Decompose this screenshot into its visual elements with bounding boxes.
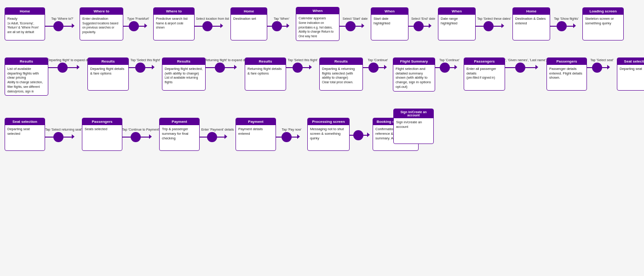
arrow-line-4-r2 bbox=[286, 63, 319, 73]
connector-5-r2: Tap 'Continue' bbox=[363, 58, 393, 73]
connector-6-r2: Tap 'Continue' bbox=[435, 58, 464, 73]
tap-label-4-r1: Tap 'When' bbox=[274, 17, 289, 20]
connector-3-r2: Tap 'Returning flight' to expand details bbox=[206, 58, 245, 73]
node-header-where-to-1: Where to bbox=[80, 8, 123, 15]
node-results-1: Results List of available departing flig… bbox=[5, 58, 48, 96]
node-body-payment-2: Payment details entered bbox=[236, 125, 276, 150]
tap-label-8-r2: Tap 'Select seat' bbox=[590, 58, 614, 62]
arrow-line-7-r1 bbox=[476, 21, 512, 31]
tap-label-4-r2: Tap 'Select this flight' bbox=[288, 58, 318, 62]
circle-3-r3 bbox=[207, 132, 217, 142]
node-header-loading: Loading screen bbox=[583, 8, 623, 15]
circle-5-r2 bbox=[368, 63, 379, 73]
node-header-results-2: Results bbox=[88, 58, 128, 65]
tap-label-2-r2: Tap 'Select this flight' bbox=[131, 58, 161, 62]
node-where-to-2: Where to Predictive search listName & ai… bbox=[153, 7, 195, 40]
row-2: Results List of available departing flig… bbox=[5, 53, 639, 96]
arrow-1-r1 bbox=[72, 23, 75, 29]
arrow-line-2-r3 bbox=[122, 132, 159, 142]
node-header-where-to-2: Where to bbox=[154, 8, 194, 15]
node-passengers-r3: Passengers Seats selected bbox=[82, 118, 122, 151]
arrow-4-r2 bbox=[309, 65, 312, 70]
node-payment-2: Payment Payment details entered bbox=[236, 118, 276, 151]
node-body-seat-selection-1: Departing seat bbox=[617, 65, 644, 90]
arrow-line-5-r2 bbox=[363, 63, 393, 73]
arrow-4-r3 bbox=[297, 134, 300, 140]
node-body-results-3: Departing flight selected, (with ability… bbox=[162, 65, 205, 90]
tap-label-7-r1: Tap 'Select these dates' bbox=[477, 17, 511, 20]
tap-label-4-r3: Tap 'Pay now' bbox=[282, 128, 302, 131]
node-body-home-3-r1: Destination & Dates entered bbox=[513, 15, 550, 40]
circle-2-r3 bbox=[131, 132, 141, 142]
connector-2-r2: Tap 'Select this flight' bbox=[129, 58, 162, 73]
circle-4-r2 bbox=[293, 63, 303, 73]
node-header-home-r1: Home bbox=[5, 8, 45, 15]
node-header-seat-selection-1: Seat selection bbox=[617, 58, 644, 65]
arrow-6-r1 bbox=[429, 23, 431, 29]
node-header-when-2: When bbox=[371, 8, 408, 15]
node-header-home-2-r1: Home bbox=[231, 8, 267, 15]
arrow-3-r1 bbox=[220, 23, 223, 29]
connector-5-r3 bbox=[350, 128, 373, 140]
connector-8-r1: Tap 'Show flights' bbox=[550, 16, 582, 31]
node-body-passengers-2: Passenger details entered. Flight detail… bbox=[547, 65, 586, 90]
node-seat-selection-1: Seat selection Departing seat bbox=[617, 58, 644, 91]
node-body-results-1: List of available departing flights with… bbox=[5, 65, 48, 96]
tap-label-3-r1: Select location from list bbox=[196, 17, 229, 20]
arrow-line-4-r1 bbox=[267, 21, 296, 31]
node-header-payment-2: Payment bbox=[236, 118, 276, 125]
node-body-home-2-r1: Destination set bbox=[231, 15, 267, 40]
arrow-1-r2 bbox=[77, 65, 80, 70]
circle-2-r1 bbox=[129, 21, 139, 31]
node-processing: Processing screen Messaging not to shut … bbox=[307, 118, 350, 151]
diagram-container: Home Ready1x Adult, 'Economy', 'Return' … bbox=[0, 0, 644, 161]
arrow-3-r3 bbox=[224, 134, 227, 140]
tap-label-3-r2: Tap 'Returning flight' to expand details bbox=[198, 58, 253, 62]
circle-4-r3 bbox=[282, 132, 292, 142]
row-3: Seat selection Departing seat selected T… bbox=[5, 118, 639, 151]
arrow-line-8-r2 bbox=[587, 63, 617, 73]
node-results-5: Results Departing & returning flights se… bbox=[319, 58, 363, 91]
arrow-8-r2 bbox=[607, 65, 610, 70]
node-home-3-r1: Home Destination & Dates entered bbox=[512, 7, 550, 40]
node-body-when-2: Start date highlighted bbox=[371, 15, 408, 40]
circle-3-r1 bbox=[202, 21, 213, 31]
circle-8-r1 bbox=[557, 21, 567, 31]
node-results-2: Results Departing flight details & fare … bbox=[87, 58, 129, 91]
arrow-line-7-r2 bbox=[505, 63, 546, 73]
node-body-payment-1: Trip & passenger summary for final check… bbox=[160, 125, 199, 150]
arrow-6-r2 bbox=[454, 65, 457, 70]
node-header-seat-selection-2: Seat selection bbox=[5, 118, 45, 125]
connector-6-r1: Select 'End' date bbox=[408, 16, 438, 31]
arrow-4-r1 bbox=[287, 23, 289, 29]
node-body-processing: Messaging not to shut screen & something… bbox=[308, 125, 349, 150]
node-body-results-4: Returning flight details & fare options bbox=[245, 65, 286, 90]
node-body-flight-summary: Flight selection and detailed summary sh… bbox=[393, 65, 435, 91]
node-body-passengers-r3: Seats selected bbox=[82, 125, 122, 150]
circle-4-r1 bbox=[272, 21, 282, 31]
node-body-when-1: Calendar appearsSome indication on prior… bbox=[296, 14, 339, 40]
circle-5-r1 bbox=[345, 21, 356, 31]
node-header-flight-summary: Flight Summary bbox=[393, 58, 435, 65]
connector-2-r3: Tap 'Continue to Payment' bbox=[122, 127, 159, 142]
arrow-5-r1 bbox=[362, 23, 364, 29]
node-home-2-r1: Home Destination set bbox=[230, 7, 267, 40]
connector-3-r3: Enter 'Payment' details bbox=[200, 127, 236, 142]
arrow-line-5-r3 bbox=[350, 130, 373, 140]
node-where-to-1: Where to Enter destinationSuggested loca… bbox=[80, 7, 123, 40]
arrow-line-1-r1 bbox=[45, 21, 80, 31]
node-body-home-r1: Ready1x Adult, 'Economy', 'Return' & 'Wh… bbox=[5, 15, 45, 40]
circle-3-r2 bbox=[215, 63, 225, 73]
circle-1-r2 bbox=[58, 63, 68, 73]
node-body-results-5: Departing & returning flights selected (… bbox=[320, 65, 362, 90]
node-header-results-1: Results bbox=[5, 58, 48, 65]
node-header-passengers-1: Passengers bbox=[464, 58, 505, 65]
sign-in-header: Sign in/Create an account bbox=[394, 109, 433, 118]
connector-1-r1: Tap 'Where to?' bbox=[45, 16, 80, 31]
node-header-results-3: Results bbox=[162, 58, 205, 65]
arrow-line-3-r2 bbox=[206, 63, 245, 73]
node-flight-summary: Flight Summary Flight selection and deta… bbox=[393, 58, 435, 92]
node-header-results-5: Results bbox=[320, 58, 362, 65]
circle-8-r2 bbox=[592, 63, 602, 73]
tap-label-3-r3: Enter 'Payment' details bbox=[201, 128, 234, 131]
